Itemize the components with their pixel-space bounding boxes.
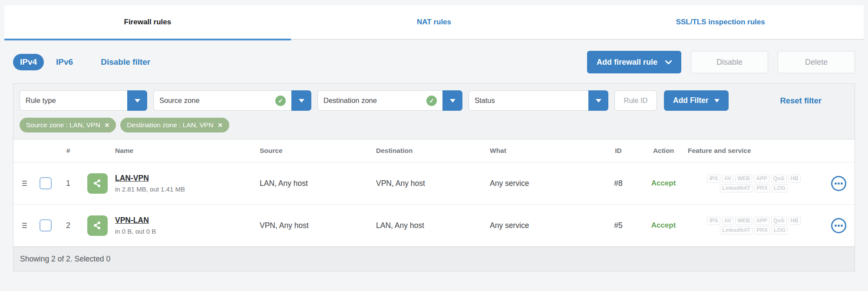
feature-badge: LinkedNAT [720, 226, 752, 235]
filter-dropdown-group: Status [469, 90, 608, 111]
feature-badges-line2: LinkedNATPRXLOG [720, 184, 788, 192]
chevron-down-icon [714, 99, 719, 103]
add-firewall-rule-label: Add firewall rule [597, 58, 657, 67]
filter-dropdown-group: Rule type [20, 90, 147, 111]
what-cell: Any service [490, 179, 597, 188]
filter-dropdown-group: Source zone ✓ [153, 90, 311, 111]
disable-button[interactable]: Disable [691, 51, 768, 73]
disable-filter-link[interactable]: Disable filter [101, 57, 150, 67]
row-number: 1 [57, 179, 79, 188]
filter-destination-zone-field[interactable]: Destination zone ✓ [317, 90, 442, 111]
drag-handle-icon[interactable] [22, 223, 27, 228]
feature-badges-line1: IPSAVWEBAPPQoSHB [707, 217, 800, 225]
feature-badge: APP [754, 217, 769, 225]
column-header-what: What [490, 147, 597, 155]
table-header-row: # Name Source Destination What ID Action… [13, 139, 855, 162]
filter-dropdown-label: Destination zone [323, 96, 377, 105]
tab-firewall-rules[interactable]: Firewall rules [4, 5, 291, 39]
feature-badge: QoS [771, 217, 787, 225]
feature-badges: IPSAVWEBAPPQoSHB LinkedNATPRXLOG [688, 217, 822, 235]
feature-badge: LinkedNAT [720, 184, 752, 192]
ipv6-toggle[interactable]: IPv6 [56, 57, 73, 67]
tab-nat-rules[interactable]: NAT rules [291, 5, 578, 39]
feature-badge: QoS [771, 175, 787, 183]
feature-badge: PRX [754, 226, 770, 235]
chip-remove-icon[interactable]: ✕ [105, 122, 110, 128]
check-icon: ✓ [426, 96, 437, 106]
row-checkbox[interactable] [40, 219, 52, 231]
check-icon: ✓ [275, 96, 286, 106]
dropdown-button[interactable] [588, 90, 608, 111]
filter-dropdown-label: Source zone [159, 96, 200, 105]
rule-name-link[interactable]: LAN-VPN [115, 174, 149, 183]
feature-badge: LOG [772, 184, 788, 192]
feature-badge: HB [789, 217, 801, 225]
feature-badge: WEB [735, 217, 752, 225]
row-checkbox[interactable] [40, 177, 52, 189]
add-firewall-rule-button[interactable]: Add firewall rule [587, 51, 681, 73]
filter-rule-type-field[interactable]: Rule type [20, 90, 127, 111]
feature-badge: IPS [707, 175, 720, 183]
source-cell: LAN, Any host [260, 179, 376, 188]
chip-remove-icon[interactable]: ✕ [218, 122, 223, 128]
feature-badges: IPSAVWEBAPPQoSHB LinkedNATPRXLOG [688, 175, 822, 192]
filter-chip-label: Source zone : LAN, VPN [26, 121, 100, 129]
feature-badges-line2: LinkedNATPRXLOG [720, 226, 788, 235]
action-cell: Accept [639, 179, 688, 188]
ellipsis-icon [835, 225, 837, 227]
chevron-down-icon [135, 99, 140, 103]
firewall-rules-panel: Rule type Source zone ✓ Destination zone… [13, 83, 855, 271]
delete-button[interactable]: Delete [778, 51, 855, 73]
filter-dropdown-group: Destination zone ✓ [317, 90, 462, 111]
filter-dropdown-label: Status [475, 96, 495, 105]
toolbar: IPv4 IPv6 Disable filter Add firewall ru… [13, 50, 855, 74]
column-header-feature-and-service: Feature and service [688, 147, 822, 155]
filter-status-field[interactable]: Status [469, 90, 588, 111]
row-menu-button[interactable] [831, 218, 846, 233]
rule-id-cell: #5 [597, 221, 639, 230]
chevron-down-icon [665, 60, 672, 64]
what-cell: Any service [490, 221, 597, 230]
column-header-number: # [57, 147, 79, 155]
destination-cell: VPN, Any host [376, 179, 490, 188]
rule-name-link[interactable]: VPN-LAN [115, 216, 149, 225]
filter-chip: Source zone : LAN, VPN ✕ [20, 118, 116, 132]
filter-source-zone-field[interactable]: Source zone ✓ [153, 90, 291, 111]
feature-badge: LOG [772, 226, 788, 235]
reset-filter-link[interactable]: Reset filter [780, 96, 822, 106]
feature-badge: APP [754, 175, 769, 183]
column-header-source: Source [260, 147, 376, 155]
feature-badge: HB [789, 175, 801, 183]
share-network-icon [87, 173, 108, 194]
chevron-down-icon [596, 99, 601, 103]
column-header-id: ID [597, 147, 639, 155]
source-cell: VPN, Any host [260, 221, 376, 230]
column-header-name: Name [115, 147, 260, 155]
tab-ssl-tls-inspection-rules[interactable]: SSL/TLS inspection rules [577, 5, 864, 39]
row-menu-button[interactable] [831, 176, 846, 191]
rule-traffic-text: in 2.81 MB, out 1.41 MB [115, 185, 260, 193]
ipv4-toggle[interactable]: IPv4 [13, 54, 44, 70]
filter-chip-label: Destination zone : LAN, VPN [127, 121, 213, 129]
chevron-down-icon [299, 99, 304, 103]
showing-status-text: Showing 2 of 2. Selected 0 [20, 255, 110, 264]
filter-dropdown-label: Rule type [26, 96, 56, 105]
filter-dropdowns: Rule type Source zone ✓ Destination zone… [20, 90, 614, 111]
ellipsis-icon [835, 182, 837, 185]
rule-id-cell: #8 [597, 179, 639, 188]
dropdown-button[interactable] [127, 90, 147, 111]
row-number: 2 [57, 221, 79, 230]
feature-badge: WEB [735, 175, 752, 183]
share-network-icon [87, 215, 108, 236]
firewall-rules-table: # Name Source Destination What ID Action… [13, 139, 855, 271]
rule-id-input[interactable] [614, 90, 657, 111]
filter-chip: Destination zone : LAN, VPN ✕ [120, 118, 229, 132]
add-filter-button[interactable]: Add Filter [664, 90, 729, 111]
dropdown-button[interactable] [291, 90, 311, 111]
tab-bar: Firewall rules NAT rules SSL/TLS inspect… [4, 5, 864, 40]
action-cell: Accept [639, 221, 688, 230]
drag-handle-icon[interactable] [22, 181, 27, 186]
dropdown-button[interactable] [442, 90, 462, 111]
chevron-down-icon [450, 99, 455, 103]
destination-cell: LAN, Any host [376, 221, 490, 230]
